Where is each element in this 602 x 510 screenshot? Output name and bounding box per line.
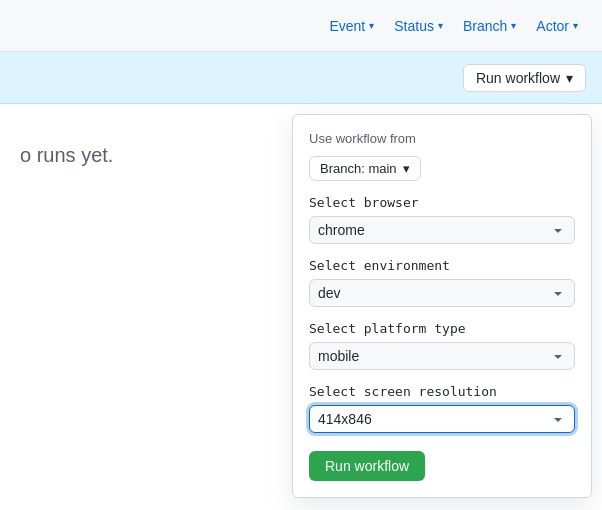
run-workflow-banner-chevron: ▾ [566, 70, 573, 86]
status-chevron-icon: ▾ [438, 20, 443, 31]
run-workflow-banner-label: Run workflow [476, 70, 560, 86]
platform-select[interactable]: mobile desktop tablet [309, 342, 575, 370]
branch-selector-button[interactable]: Branch: main ▾ [309, 156, 421, 181]
resolution-field-label: Select screen resolution [309, 384, 575, 399]
environment-select[interactable]: dev staging production [309, 279, 575, 307]
platform-field-label: Select platform type [309, 321, 575, 336]
branch-chevron-icon: ▾ [511, 20, 516, 31]
run-workflow-banner-button[interactable]: Run workflow ▾ [463, 64, 586, 92]
resolution-select[interactable]: 414x846 375x667 1280x800 1920x1080 [309, 405, 575, 433]
status-label: Status [394, 18, 434, 34]
no-runs-text: o runs yet. [20, 144, 113, 166]
filter-bar: Event ▾ Status ▾ Branch ▾ Actor ▾ [0, 0, 602, 52]
run-workflow-panel: Use workflow from Branch: main ▾ Select … [292, 114, 592, 498]
browser-select[interactable]: chrome firefox safari edge [309, 216, 575, 244]
branch-selector-label: Branch: main [320, 161, 397, 176]
run-workflow-submit-label: Run workflow [325, 458, 409, 474]
status-filter-btn[interactable]: Status ▾ [386, 12, 451, 40]
branch-label: Branch [463, 18, 507, 34]
event-label: Event [329, 18, 365, 34]
event-filter-btn[interactable]: Event ▾ [321, 12, 382, 40]
event-chevron-icon: ▾ [369, 20, 374, 31]
branch-selector-chevron-icon: ▾ [403, 161, 410, 176]
main-content-area: o runs yet. Use workflow from Branch: ma… [0, 104, 602, 510]
actor-label: Actor [536, 18, 569, 34]
actor-chevron-icon: ▾ [573, 20, 578, 31]
environment-field-label: Select environment [309, 258, 575, 273]
actor-filter-btn[interactable]: Actor ▾ [528, 12, 586, 40]
panel-title: Use workflow from [309, 131, 575, 146]
run-workflow-submit-button[interactable]: Run workflow [309, 451, 425, 481]
browser-field-label: Select browser [309, 195, 575, 210]
branch-filter-btn[interactable]: Branch ▾ [455, 12, 524, 40]
blue-banner: Run workflow ▾ [0, 52, 602, 104]
